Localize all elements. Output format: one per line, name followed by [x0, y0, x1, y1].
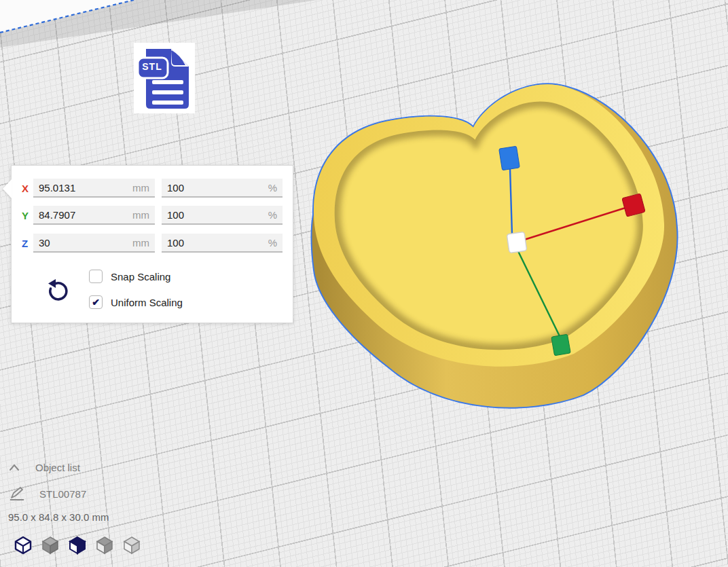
uniform-scaling-checkbox[interactable]: ✔	[89, 295, 103, 309]
x-axis-label: X	[22, 183, 34, 194]
gizmo-z-handle[interactable]	[499, 146, 520, 170]
stl-text-line	[152, 90, 183, 94]
view-right-side-button[interactable]	[121, 534, 143, 556]
gizmo-center-handle[interactable]	[507, 232, 527, 253]
right-view-cube-icon	[122, 535, 142, 555]
top-view-cube-icon	[67, 535, 88, 555]
stl-file-icon: STL	[134, 43, 195, 113]
x-size-input[interactable]: 95.0131 mm	[33, 179, 155, 198]
left-view-cube-icon	[94, 535, 115, 555]
snap-scaling-checkbox[interactable]	[89, 270, 103, 283]
object-list-title: Object list	[35, 462, 80, 473]
gizmo-y-handle[interactable]	[551, 334, 570, 356]
stl-badge-label: STL	[139, 61, 165, 72]
object-list-item[interactable]: STL00787	[8, 486, 109, 502]
model-heart[interactable]	[312, 84, 677, 407]
uniform-scaling-row: ✔ Uniform Scaling	[89, 295, 183, 310]
stl-text-line	[152, 80, 183, 84]
view-top-button[interactable]	[67, 534, 88, 556]
z-axis-label: Z	[22, 238, 34, 249]
y-size-input[interactable]: 84.7907 mm	[33, 206, 155, 225]
y-axis-label: Y	[22, 210, 34, 221]
chevron-up-icon	[8, 462, 20, 472]
view-front-button[interactable]	[39, 534, 61, 556]
x-percent-input[interactable]: 100 %	[162, 179, 283, 198]
object-dimensions: 95.0 x 84.8 x 30.0 mm	[8, 511, 109, 523]
front-view-cube-icon	[40, 535, 60, 555]
reset-scale-button[interactable]	[46, 278, 71, 304]
camera-view-toolbar	[12, 534, 143, 556]
uniform-scaling-label: Uniform Scaling	[111, 297, 183, 308]
view-3d-button[interactable]	[12, 534, 34, 556]
view-left-side-button[interactable]	[94, 534, 115, 556]
object-list-header[interactable]: Object list	[8, 460, 109, 474]
uniform-check-glyph: ✔	[92, 297, 100, 308]
scale-tool-panel: X 95.0131 mm 100 % Y 84.7907 mm 100 % Z …	[11, 165, 293, 323]
snap-scaling-row: Snap Scaling	[89, 269, 170, 284]
z-percent-input[interactable]: 100 %	[162, 234, 283, 253]
z-size-input[interactable]: 30 mm	[33, 234, 155, 253]
scale-row-y: Y 84.7907 mm 100 %	[12, 206, 293, 226]
panel-notch	[3, 179, 12, 198]
stl-fold-flap	[171, 50, 185, 65]
scale-row-z: Z 30 mm 100 %	[12, 234, 293, 254]
3d-view-cube-icon	[13, 535, 33, 555]
object-list-panel: Object list STL00787 95.0 x 84.8 x 30.0 …	[8, 460, 109, 523]
stl-text-line	[152, 100, 183, 105]
y-percent-input[interactable]: 100 %	[162, 206, 283, 225]
object-name: STL00787	[39, 488, 86, 500]
reset-arrow-icon	[46, 278, 71, 304]
pencil-icon	[8, 486, 26, 502]
scale-row-x: X 95.0131 mm 100 %	[12, 179, 293, 199]
snap-scaling-label: Snap Scaling	[111, 271, 170, 282]
